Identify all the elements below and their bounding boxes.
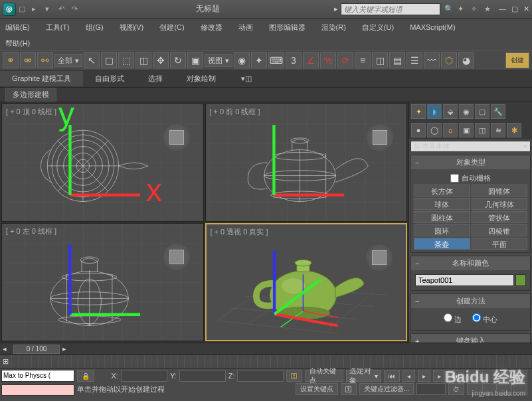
play-start-icon[interactable]: ⏮ xyxy=(384,370,400,382)
maxscript-listener[interactable] xyxy=(1,370,74,382)
maximize-viewport-icon[interactable] xyxy=(513,383,527,395)
geosphere-button[interactable]: 几何球体 xyxy=(472,198,528,210)
helpers-icon[interactable]: ◫ xyxy=(475,123,489,137)
timeline-config-icon[interactable]: ⊞ xyxy=(0,357,11,366)
fov-icon[interactable] xyxy=(467,383,482,395)
menu-edit[interactable]: 编辑(E) xyxy=(5,23,30,33)
tool1-icon[interactable]: ✦ xyxy=(458,5,467,14)
menu-graph[interactable]: 图形编辑器 xyxy=(269,23,306,33)
link-icon[interactable]: ⚭ xyxy=(3,52,19,68)
manip-icon[interactable]: ✦ xyxy=(251,52,267,68)
plane-button[interactable]: 平面 xyxy=(472,238,528,250)
mirror-icon[interactable]: ◫ xyxy=(372,52,388,68)
timeslider-next[interactable]: ▸ xyxy=(62,345,66,353)
teapot-button[interactable]: 茶壶 xyxy=(414,238,470,250)
curve-editor-icon[interactable]: 〰 xyxy=(424,52,440,68)
color-swatch[interactable] xyxy=(515,274,526,286)
ribbon-tab-paint[interactable]: 对象绘制 xyxy=(175,71,228,86)
center-radio[interactable]: 中心 xyxy=(472,313,497,325)
maximize-button[interactable]: ▢ xyxy=(511,5,518,13)
zoomall-icon[interactable] xyxy=(482,370,497,382)
menu-views[interactable]: 视图(V) xyxy=(120,23,144,33)
keyfilter-button[interactable]: 关键点过滤器... xyxy=(359,383,414,395)
z-input[interactable] xyxy=(237,370,284,382)
ribbon-tab-freeform[interactable]: 自由形式 xyxy=(83,71,136,86)
timeslider-handle[interactable]: 0 / 100 xyxy=(13,345,60,354)
schematic-icon[interactable]: ⬡ xyxy=(441,52,457,68)
key-icon[interactable]: ⚿ xyxy=(286,370,302,382)
select-region-icon[interactable]: ⬚ xyxy=(118,52,134,68)
center-icon[interactable]: ◉ xyxy=(234,52,250,68)
menu-animation[interactable]: 动画 xyxy=(238,23,253,33)
snap3-icon[interactable]: 3 xyxy=(286,52,302,68)
tool2-icon[interactable]: ✧ xyxy=(471,5,480,14)
menu-create[interactable]: 创建(C) xyxy=(159,23,184,33)
open-icon[interactable]: ▸ xyxy=(32,5,41,14)
zoomextentsall-icon[interactable] xyxy=(513,370,527,382)
polymodeling-tab[interactable]: 多边形建模 xyxy=(5,88,56,102)
box-button[interactable]: 长方体 xyxy=(414,185,470,197)
object-name-input[interactable] xyxy=(415,274,514,286)
play-icon[interactable]: ▸ xyxy=(418,370,430,382)
lock-icon[interactable]: 🔒 xyxy=(77,370,94,382)
asnap-icon[interactable]: ∠ xyxy=(303,52,319,68)
modify-tab-icon[interactable]: ◗ xyxy=(427,104,442,119)
spinner-icon[interactable]: ⟳ xyxy=(337,52,353,68)
viewport-top[interactable]: [ + 0 顶 0 线框 ] xy xyxy=(1,104,204,222)
category-dropdown[interactable]: 标准基本体▾ xyxy=(410,141,531,152)
play-prev-icon[interactable]: ◂ xyxy=(402,370,415,382)
create-set-icon[interactable]: 创建 xyxy=(505,52,529,68)
ribbon-tab-selection[interactable]: 选择 xyxy=(136,71,175,86)
menu-rendering[interactable]: 渲染(R) xyxy=(321,23,346,33)
new-icon[interactable]: ▢ xyxy=(19,5,28,14)
zoomextents-icon[interactable] xyxy=(497,370,512,382)
keybig-icon[interactable]: ⚿ xyxy=(341,383,357,395)
viewport-perspective[interactable]: [ + 0 透视 0 真实 ] xyxy=(205,223,408,341)
geometry-icon[interactable]: ● xyxy=(411,123,426,137)
timeslider-bar[interactable]: ◂ 0 / 100 ▸ xyxy=(0,343,532,355)
x-input[interactable] xyxy=(121,370,167,382)
spacewarps-icon[interactable]: ≋ xyxy=(491,123,505,137)
tube-button[interactable]: 管状体 xyxy=(472,211,528,223)
menu-maxscript[interactable]: MAXScript(M) xyxy=(410,23,455,31)
cameras-icon[interactable]: ▣ xyxy=(459,123,474,137)
material-icon[interactable]: ◕ xyxy=(458,52,474,68)
named-sets-icon[interactable]: ≡ xyxy=(355,52,371,68)
autokey-button[interactable]: 自动关键点 xyxy=(305,370,343,382)
app-logo[interactable]: ◎ xyxy=(3,3,16,16)
menu-help[interactable]: 帮助(H) xyxy=(5,39,30,48)
ribbon-dropdown-icon[interactable]: ▾◫ xyxy=(241,74,252,83)
play-next-icon[interactable]: ▸ xyxy=(433,370,446,382)
menu-tools[interactable]: 工具(T) xyxy=(46,23,70,33)
menu-group[interactable]: 组(G) xyxy=(86,23,104,33)
window-crossing-icon[interactable]: ◫ xyxy=(135,52,151,68)
layers-icon[interactable]: ☰ xyxy=(406,52,422,68)
menu-modifiers[interactable]: 修改器 xyxy=(201,23,222,33)
viewport-front[interactable]: [ + 0 前 0 线框 ] xyxy=(205,104,408,222)
align-icon[interactable]: ▤ xyxy=(389,52,405,68)
create-tab-icon[interactable]: ✦ xyxy=(411,104,426,119)
bind-icon[interactable]: ⚯ xyxy=(37,52,53,68)
maxscript-input[interactable] xyxy=(1,384,74,396)
pan-icon[interactable] xyxy=(482,383,497,395)
move-icon[interactable]: ✥ xyxy=(153,52,169,68)
selection-filter[interactable]: 全部▾ xyxy=(54,54,82,67)
menu-customize[interactable]: 自定义(U) xyxy=(362,23,394,33)
systems-icon[interactable]: ✻ xyxy=(507,123,521,137)
shapes-icon[interactable]: ◯ xyxy=(427,123,442,137)
timeslider-prev[interactable]: ◂ xyxy=(3,345,7,353)
viewport-left[interactable]: [ + 0 左 0 线框 ] xyxy=(1,223,204,341)
unlink-icon[interactable]: ⚮ xyxy=(20,52,36,68)
keymode-dropdown[interactable]: 选定对象 ▾ xyxy=(346,370,381,382)
scale-icon[interactable]: ▣ xyxy=(187,52,203,68)
display-tab-icon[interactable]: ▢ xyxy=(475,104,489,119)
tool3-icon[interactable]: ★ xyxy=(484,5,493,14)
sphere-button[interactable]: 球体 xyxy=(414,198,470,210)
select-icon[interactable]: ↖ xyxy=(84,52,100,68)
save-icon[interactable]: ▾ xyxy=(45,5,54,14)
pyramid-button[interactable]: 四棱锥 xyxy=(472,224,528,236)
zoom-icon[interactable] xyxy=(467,370,482,382)
undo-icon[interactable]: ↶ xyxy=(58,5,68,14)
select-name-icon[interactable]: ▢ xyxy=(101,52,117,68)
cylinder-button[interactable]: 圆柱体 xyxy=(414,211,470,223)
